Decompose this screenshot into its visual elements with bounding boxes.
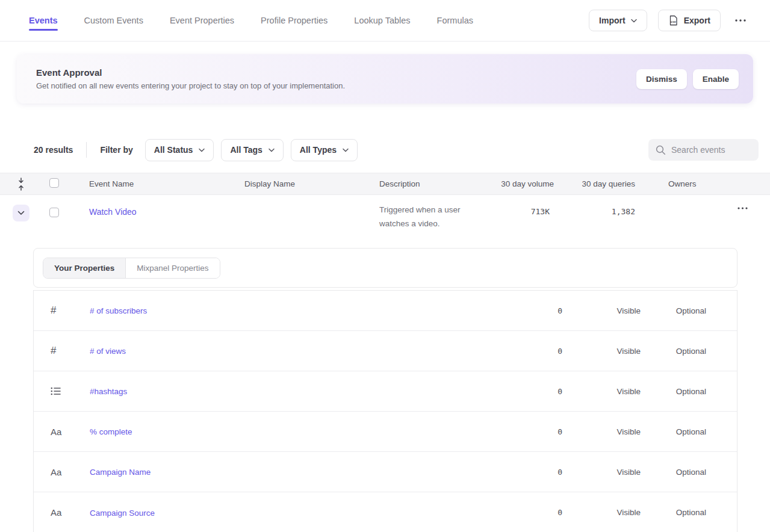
tab-formulas[interactable]: Formulas: [437, 0, 473, 41]
more-options-button[interactable]: [731, 16, 750, 25]
event-name-link[interactable]: Watch Video: [89, 195, 137, 217]
header-description: Description: [368, 179, 484, 188]
property-visibility: Visible: [562, 387, 641, 396]
export-button[interactable]: csv Export: [658, 10, 721, 31]
tab-custom-events[interactable]: Custom Events: [84, 0, 143, 41]
chevron-down-icon: [631, 19, 637, 23]
banner-actions: Dismiss Enable: [636, 69, 739, 89]
property-row: Aa Campaign Source 0 Visible Optional: [34, 492, 737, 532]
tags-filter-dropdown[interactable]: All Tags: [221, 139, 283, 161]
property-count: 0: [478, 427, 562, 436]
number-type-icon: #: [34, 345, 90, 357]
property-requirement: Optional: [641, 427, 706, 436]
import-button-label: Import: [599, 16, 626, 25]
property-visibility: Visible: [562, 347, 641, 356]
event-description: Triggered when a user watches a video.: [368, 195, 484, 230]
search-icon: [656, 145, 666, 155]
select-all-checkbox[interactable]: [49, 178, 59, 188]
property-name-link[interactable]: Campaign Source: [90, 509, 155, 518]
property-count: 0: [478, 387, 562, 396]
results-count: 20 results: [34, 145, 73, 155]
property-row: Aa % complete 0 Visible Optional: [34, 412, 737, 452]
property-requirement: Optional: [641, 387, 706, 396]
property-name-link[interactable]: % complete: [90, 427, 132, 436]
properties-tabs-card: Your Properties Mixpanel Properties: [33, 248, 737, 288]
banner-description: Get notified on all new events entering …: [36, 81, 345, 90]
number-type-icon: #: [34, 305, 90, 317]
property-row: #hashtags 0 Visible Optional: [34, 371, 737, 412]
csv-file-icon: csv: [668, 15, 678, 26]
status-filter-dropdown[interactable]: All Status: [145, 139, 214, 161]
banner-title: Event Approval: [36, 67, 345, 78]
chevron-down-icon: [269, 148, 275, 152]
property-name-link[interactable]: Campaign Name: [90, 468, 151, 477]
tab-event-properties[interactable]: Event Properties: [170, 0, 234, 41]
svg-text:csv: csv: [671, 20, 676, 23]
property-name-link[interactable]: #hashtags: [90, 387, 127, 396]
property-visibility: Visible: [562, 468, 641, 477]
properties-tab-switcher: Your Properties Mixpanel Properties: [43, 258, 220, 279]
property-count: 0: [478, 306, 562, 315]
property-requirement: Optional: [641, 306, 706, 315]
search-box: [648, 139, 759, 161]
property-requirement: Optional: [641, 508, 706, 517]
status-filter-value: All Status: [154, 145, 193, 155]
property-name-link[interactable]: # of subscribers: [90, 306, 147, 315]
header-owners: Owners: [635, 179, 722, 188]
nav-tabs: Events Custom Events Event Properties Pr…: [29, 0, 473, 41]
tab-events[interactable]: Events: [29, 0, 58, 41]
tab-profile-properties[interactable]: Profile Properties: [261, 0, 328, 41]
tags-filter-value: All Tags: [230, 145, 262, 155]
chevron-down-icon: [343, 148, 349, 152]
enable-button[interactable]: Enable: [693, 69, 739, 89]
tab-lookup-tables[interactable]: Lookup Tables: [354, 0, 410, 41]
event-approval-banner: Event Approval Get notified on all new e…: [17, 54, 753, 104]
search-input[interactable]: [671, 145, 751, 155]
types-filter-value: All Types: [300, 145, 337, 155]
table-header: Event Name Display Name Description 30 d…: [0, 173, 770, 195]
tab-mixpanel-properties[interactable]: Mixpanel Properties: [125, 258, 219, 278]
property-visibility: Visible: [562, 427, 641, 436]
filter-by-label: Filter by: [100, 145, 132, 155]
property-count: 0: [478, 508, 562, 517]
filter-toolbar: 20 results Filter by All Status All Tags…: [34, 138, 759, 161]
property-name-link[interactable]: # of views: [90, 347, 126, 356]
tab-your-properties[interactable]: Your Properties: [43, 258, 125, 278]
banner-text: Event Approval Get notified on all new e…: [26, 67, 345, 90]
text-type-icon: Aa: [34, 507, 90, 518]
chevron-down-icon: [17, 211, 25, 215]
row-checkbox[interactable]: [49, 208, 59, 217]
property-visibility: Visible: [562, 306, 641, 315]
row-menu-button[interactable]: [734, 203, 751, 213]
text-type-icon: Aa: [34, 467, 90, 477]
header-30-day-volume: 30 day volume: [484, 179, 554, 188]
collapse-row-button[interactable]: [13, 205, 29, 221]
text-type-icon: Aa: [34, 427, 90, 437]
dismiss-button[interactable]: Dismiss: [636, 69, 687, 89]
event-30-day-volume: 713K: [484, 195, 554, 216]
event-30-day-queries: 1,382: [554, 195, 635, 216]
header-event-name: Event Name: [78, 179, 234, 188]
property-row: # # of subscribers 0 Visible Optional: [34, 291, 737, 331]
ellipsis-icon: [737, 207, 748, 209]
event-row-watch-video: Watch Video Triggered when a user watche…: [0, 195, 770, 240]
ellipsis-icon: [735, 19, 746, 22]
collapse-all-button[interactable]: [0, 178, 42, 191]
types-filter-dropdown[interactable]: All Types: [291, 139, 358, 161]
property-row: # # of views 0 Visible Optional: [34, 331, 737, 371]
property-count: 0: [478, 347, 562, 356]
list-type-icon: [34, 387, 90, 395]
divider: [86, 142, 87, 158]
property-requirement: Optional: [641, 347, 706, 356]
top-nav: Events Custom Events Event Properties Pr…: [0, 0, 770, 42]
export-button-label: Export: [684, 16, 710, 25]
collapse-all-icon: [17, 178, 25, 191]
property-requirement: Optional: [641, 468, 706, 477]
properties-list: # # of subscribers 0 Visible Optional # …: [33, 290, 737, 532]
header-display-name: Display Name: [234, 179, 368, 188]
header-30-day-queries: 30 day queries: [554, 179, 635, 188]
property-visibility: Visible: [562, 508, 641, 517]
property-row: Aa Campaign Name 0 Visible Optional: [34, 452, 737, 492]
import-button[interactable]: Import: [589, 10, 647, 31]
properties-panel: Your Properties Mixpanel Properties # # …: [33, 248, 737, 532]
